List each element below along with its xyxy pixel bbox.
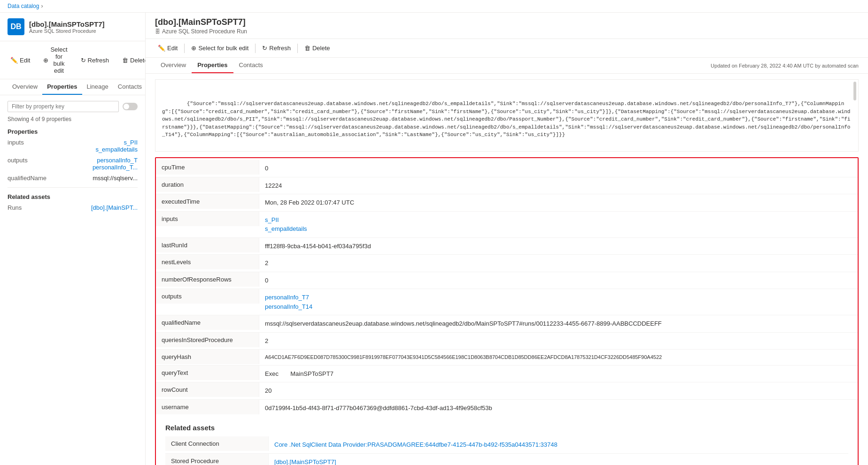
- right-refresh-icon: ↻: [262, 45, 267, 52]
- outputs-link-right-2[interactable]: personalInfo_T14: [265, 302, 852, 312]
- db-icon: 🗄: [155, 29, 160, 34]
- prop-row-queriesInStoredProcedure: queriesInStoredProcedure 2: [156, 333, 858, 350]
- properties-table: cpuTime 0 duration 12224 executedTime Mo…: [156, 160, 858, 416]
- right-toolbar: ✏️ Edit ⊕ Select for bulk edit ↻ Refresh…: [146, 39, 868, 58]
- runs-link[interactable]: [dbo].[MainSPT...: [91, 204, 138, 211]
- breadcrumb-link[interactable]: Data catalog: [8, 3, 39, 9]
- prop-row-lastRunId: lastRunId fff128f8-9cba-4154-b041-ef034a…: [156, 238, 858, 255]
- prop-value-qualified: mssql://sqlserv...: [93, 175, 138, 182]
- left-toolbar: ✏️ Edit ⊕ Select for bulk edit ↻ Refresh…: [0, 41, 145, 79]
- tab-lineage-left[interactable]: Lineage: [82, 79, 113, 95]
- prop-row-numberOfResponseRows: numberOfResponseRows 0: [156, 272, 858, 290]
- prop-value-runs: [dbo].[MainSPT...: [91, 204, 138, 211]
- asset-title-block: [dbo].[MainSPToSPT7] Azure SQL Stored Pr…: [29, 20, 105, 34]
- left-refresh-button[interactable]: ↻ Refresh: [78, 55, 112, 66]
- left-delete-button[interactable]: 🗑 Delete: [119, 55, 146, 66]
- left-edit-button[interactable]: ✏️ Edit: [8, 55, 33, 66]
- prop-label-inputs: inputs: [8, 139, 50, 146]
- prop-row-outputs-right: outputs personalInfo_T7 personalInfo_T14: [156, 289, 858, 315]
- prop-row-qualifiedName-right: qualifiedName mssql://sqlserverdatascane…: [156, 315, 858, 333]
- prop-row-executedTime: executedTime Mon, 28 Feb 2022 01:07:47 U…: [156, 194, 858, 212]
- right-divider-3: [297, 44, 298, 53]
- right-subtitle: 🗄 Azure SQL Stored Procedure Run: [155, 28, 859, 35]
- plus-circle-icon: ⊕: [43, 57, 48, 64]
- filter-input[interactable]: [8, 101, 119, 112]
- right-panel: [dbo].[MainSPToSPT7] 🗄 Azure SQL Stored …: [146, 13, 868, 465]
- inputs-link-1[interactable]: s_PII: [124, 139, 138, 146]
- inputs-link-2[interactable]: s_empalldetails: [95, 146, 138, 153]
- right-refresh-button[interactable]: ↻ Refresh: [259, 43, 294, 53]
- prop-row-username: username 0d7199f4-1b5d-4f43-8f71-d777b04…: [156, 400, 858, 417]
- prop-row-client-connection: Client Connection Core .Net SqlClient Da…: [165, 436, 848, 454]
- prop-label-runs: Runs: [8, 204, 50, 211]
- asset-icon: DB: [8, 18, 24, 35]
- scroll-indicator: [853, 82, 856, 100]
- asset-title: [dbo].[MainSPToSPT7]: [29, 20, 105, 28]
- outputs-link-1[interactable]: personalInfo_T: [97, 157, 138, 164]
- inputs-link-right-2[interactable]: s_empalldetails: [265, 224, 852, 234]
- prop-row-queryHash: queryHash A64CD1AE7F6D9EED087D785300C998…: [156, 350, 858, 366]
- prop-row-runs: Runs [dbo].[MainSPT...: [8, 204, 138, 211]
- properties-section-title: Properties: [8, 128, 138, 135]
- left-content: Showing 4 of 9 properties Properties inp…: [0, 95, 145, 465]
- prop-row-stored-procedure: Stored Procedure [dbo].[MainSPToSPT7]: [165, 454, 848, 465]
- right-delete-icon: 🗑: [304, 45, 310, 52]
- tab-overview-right[interactable]: Overview: [155, 58, 192, 73]
- related-assets-section-title: Related assets: [8, 193, 138, 200]
- tab-contacts-right[interactable]: Contacts: [233, 58, 269, 73]
- section-divider: [8, 187, 138, 188]
- prop-row-nestLevels: nestLevels 2: [156, 255, 858, 272]
- right-divider-1: [184, 44, 185, 53]
- prop-row-inputs: inputs s_PII s_empalldetails: [8, 139, 138, 153]
- inputs-link-right-1[interactable]: s_PII: [265, 215, 852, 225]
- prop-row-rowCount: rowCount 20: [156, 382, 858, 400]
- json-preview: {"Source":"mssql://sqlserverdatascaneus2…: [155, 79, 859, 152]
- right-edit-icon: ✏️: [158, 45, 165, 52]
- prop-row-duration: duration 12224: [156, 177, 858, 195]
- prop-value-inputs: s_PII s_empalldetails: [95, 139, 138, 153]
- delete-icon: 🗑: [122, 57, 128, 64]
- prop-row-outputs: outputs personalInfo_T personalInfo_T...: [8, 157, 138, 171]
- right-plus-icon: ⊕: [191, 45, 196, 52]
- left-panel: DB [dbo].[MainSPToSPT7] Azure SQL Stored…: [0, 13, 146, 465]
- tab-properties-right[interactable]: Properties: [192, 58, 233, 73]
- breadcrumb: Data catalog ›: [0, 0, 868, 13]
- stored-procedure-link[interactable]: [dbo].[MainSPToSPT7]: [274, 457, 843, 465]
- breadcrumb-chevron: ›: [41, 3, 43, 9]
- right-header: [dbo].[MainSPToSPT7] 🗄 Azure SQL Stored …: [146, 13, 868, 39]
- outputs-link-2[interactable]: personalInfo_T...: [93, 164, 138, 171]
- related-assets-title: Related assets: [165, 424, 848, 432]
- client-connection-link[interactable]: Core .Net SqlClient Data Provider:PRASAD…: [274, 440, 843, 450]
- right-tabs: Overview Properties Contacts Updated on …: [146, 58, 868, 74]
- outputs-link-right-1[interactable]: personalInfo_T7: [265, 293, 852, 302]
- prop-label-outputs: outputs: [8, 157, 50, 164]
- right-bulk-edit-button[interactable]: ⊕ Select for bulk edit: [188, 43, 251, 53]
- tab-properties-left[interactable]: Properties: [42, 79, 82, 95]
- filter-row: [8, 101, 138, 112]
- properties-bordered-section: cpuTime 0 duration 12224 executedTime Mo…: [155, 157, 859, 465]
- right-divider-2: [255, 44, 256, 53]
- updated-text: Updated on February 28, 2022 4:40 AM UTC…: [711, 63, 859, 69]
- related-assets-section: Related assets Client Connection Core .N…: [165, 424, 848, 465]
- right-content: {"Source":"mssql://sqlserverdatascaneus2…: [146, 74, 868, 465]
- right-edit-button[interactable]: ✏️ Edit: [155, 43, 180, 53]
- prop-row-inputs-right: inputs s_PII s_empalldetails: [156, 212, 858, 238]
- toggle-switch[interactable]: [123, 103, 138, 110]
- prop-row-qualified: qualifiedName mssql://sqlserv...: [8, 175, 138, 182]
- right-delete-button[interactable]: 🗑 Delete: [302, 43, 333, 53]
- asset-subtitle: Azure SQL Stored Procedure: [29, 28, 105, 34]
- tab-contacts-left[interactable]: Contacts: [113, 79, 146, 95]
- prop-value-outputs: personalInfo_T personalInfo_T...: [93, 157, 138, 171]
- prop-label-qualified: qualifiedName: [8, 175, 50, 182]
- tab-overview-left[interactable]: Overview: [8, 79, 42, 95]
- right-title: [dbo].[MainSPToSPT7]: [155, 17, 859, 27]
- asset-header: DB [dbo].[MainSPToSPT7] Azure SQL Stored…: [0, 13, 145, 41]
- prop-row-cpuTime: cpuTime 0: [156, 160, 858, 177]
- edit-icon: ✏️: [10, 57, 18, 64]
- refresh-icon: ↻: [81, 57, 86, 64]
- prop-row-queryText: queryText Exec MainSPToSPT7: [156, 366, 858, 383]
- left-tabs: Overview Properties Lineage Contacts Re.…: [0, 79, 145, 95]
- left-bulk-edit-button[interactable]: ⊕ Select for bulk edit: [40, 44, 70, 76]
- showing-text: Showing 4 of 9 properties: [8, 116, 138, 122]
